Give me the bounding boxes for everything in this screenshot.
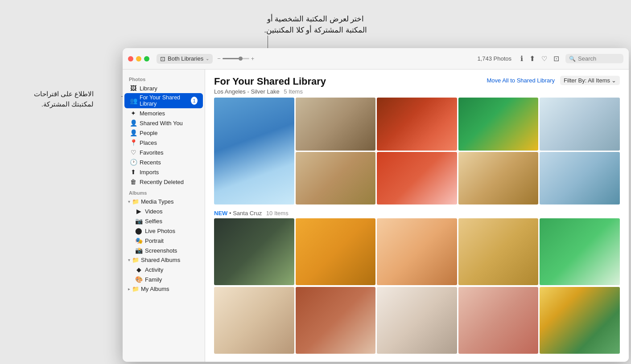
content-header: For Your Shared Library Los Angeles - Si… — [205, 70, 629, 98]
zoom-out-icon[interactable]: − — [217, 55, 221, 62]
library-switcher[interactable]: ⊡ Both Libraries ⌄ — [157, 54, 213, 64]
sidebar-item-videos[interactable]: ▶ Videos — [124, 206, 203, 216]
photos-app-window: ⊡ Both Libraries ⌄ − + 1,743 Photos ℹ ⬆ … — [123, 48, 629, 362]
close-button[interactable] — [128, 56, 133, 61]
titlebar-actions: ℹ ⬆ ♡ ⊡ 🔍 — [520, 54, 623, 63]
favorites-icon: ♡ — [130, 149, 137, 156]
search-icon: 🔍 — [569, 56, 576, 62]
photo-cell[interactable] — [296, 287, 376, 354]
sidebar-label-family: Family — [145, 276, 162, 283]
crop-button[interactable]: ⊡ — [553, 54, 559, 63]
photo-cell[interactable] — [296, 152, 376, 205]
sidebar-item-family[interactable]: 🎨 Family — [124, 274, 203, 284]
sidebar-item-shared-with-you[interactable]: 👤 Shared With You — [124, 118, 203, 128]
photo-grid-section1 — [205, 98, 629, 206]
sidebar-item-people[interactable]: 👤 People — [124, 128, 203, 138]
filter-chevron-icon: ⌄ — [611, 77, 616, 84]
tooltip-line2: المكتبة المشتركة أو كلا المكتبتين. — [264, 25, 367, 36]
sidebar-item-places[interactable]: 📍 Places — [124, 138, 203, 147]
media-types-label: Media Types — [141, 198, 173, 205]
zoom-controls: − + — [213, 55, 254, 62]
zoom-in-icon[interactable]: + — [251, 55, 255, 62]
sidebar-item-activity[interactable]: ◆ Activity — [124, 265, 203, 274]
my-albums-label: My Albums — [141, 286, 169, 292]
sidebar-item-selfies[interactable]: 📷 Selfies — [124, 216, 203, 226]
photo-cell[interactable] — [377, 152, 457, 205]
search-input[interactable] — [578, 55, 620, 62]
sidebar-item-recently-deleted[interactable]: 🗑 Recently Deleted — [124, 177, 203, 187]
sidebar-item-screenshots[interactable]: 📸 Screenshots — [124, 245, 203, 255]
sidebar-label-live-photos: Live Photos — [145, 228, 175, 234]
sidebar-label-recently-deleted: Recently Deleted — [140, 179, 184, 185]
sidebar-item-favorites[interactable]: ♡ Favorites — [124, 147, 203, 157]
media-types-folder-icon: 📁 — [132, 198, 139, 205]
photo-cell[interactable] — [296, 98, 376, 151]
selfies-icon: 📷 — [135, 217, 142, 225]
sidebar-label-shared-library: For Your Shared Library — [140, 94, 188, 107]
sidebar-item-portrait[interactable]: 🎭 Portrait — [124, 236, 203, 245]
page-title: For Your Shared Library — [214, 76, 326, 87]
photo-cell[interactable] — [540, 98, 620, 151]
maximize-button[interactable] — [144, 56, 149, 61]
sidebar-group-media-types[interactable]: ▾ 📁 Media Types — [124, 197, 203, 206]
chevron-down-icon: ⌄ — [206, 56, 209, 61]
my-albums-folder-icon: 📁 — [132, 286, 139, 292]
titlebar: ⊡ Both Libraries ⌄ − + 1,743 Photos ℹ ⬆ … — [123, 48, 629, 70]
photo-cell[interactable] — [214, 287, 294, 354]
chevron-down-icon-shared: ▾ — [128, 258, 130, 262]
window-body: Photos 🖼 Library 👥 For Your Shared Libra… — [123, 70, 629, 362]
sidebar: Photos 🖼 Library 👥 For Your Shared Libra… — [123, 70, 205, 362]
info-button[interactable]: ℹ — [520, 54, 523, 63]
library-icon: 🖼 — [130, 85, 137, 92]
sidebar-label-memories: Memories — [140, 110, 165, 117]
traffic-lights — [128, 56, 149, 61]
places-icon: 📍 — [130, 139, 137, 146]
shared-albums-folder-icon: 📁 — [132, 257, 139, 263]
recents-icon: 🕐 — [130, 159, 137, 166]
section2-dot: • — [229, 210, 233, 217]
sidebar-item-imports[interactable]: ⬆ Imports — [124, 167, 203, 177]
shared-library-badge: 1 — [191, 97, 198, 105]
heart-button[interactable]: ♡ — [541, 55, 547, 63]
shared-with-you-icon: 👤 — [130, 119, 137, 127]
main-content: For Your Shared Library Los Angeles - Si… — [205, 70, 629, 362]
photo-cell[interactable] — [377, 218, 457, 285]
left-callout-line1: الاطلاع على اقتراحات — [4, 89, 94, 99]
sidebar-item-memories[interactable]: ✦ Memories — [124, 108, 203, 118]
photo-cell[interactable] — [377, 98, 457, 151]
photo-cell[interactable] — [458, 218, 539, 285]
zoom-slider[interactable] — [223, 58, 249, 59]
filter-button[interactable]: Filter By: All Items ⌄ — [560, 76, 620, 85]
sidebar-group-shared-albums[interactable]: ▾ 📁 Shared Albums — [124, 255, 203, 265]
photo-cell[interactable] — [214, 218, 294, 285]
sidebar-item-library[interactable]: 🖼 Library — [124, 83, 203, 93]
people-icon: 👤 — [130, 129, 137, 136]
photo-cell[interactable] — [540, 287, 620, 354]
photo-cell[interactable] — [540, 152, 620, 205]
sidebar-label-favorites: Favorites — [140, 149, 163, 156]
left-callout: الاطلاع على اقتراحات لمكتبتك المشتركة. — [4, 89, 94, 109]
shared-library-icon: 👥 — [130, 97, 137, 104]
photo-cell[interactable] — [296, 218, 376, 285]
memories-icon: ✦ — [130, 110, 137, 117]
move-all-button[interactable]: Move All to Shared Library — [487, 77, 555, 84]
minimize-button[interactable] — [136, 56, 141, 61]
family-icon: 🎨 — [135, 276, 142, 283]
photo-cell[interactable] — [458, 152, 539, 205]
photo-cell[interactable] — [458, 98, 539, 151]
screenshots-icon: 📸 — [135, 247, 142, 254]
photo-cell[interactable] — [214, 98, 294, 204]
sidebar-item-recents[interactable]: 🕐 Recents — [124, 157, 203, 167]
photo-cell[interactable] — [540, 218, 620, 285]
sidebar-label-people: People — [140, 130, 157, 136]
sidebar-item-live-photos[interactable]: ⬤ Live Photos — [124, 226, 203, 236]
sidebar-item-for-your-shared-library[interactable]: 👥 For Your Shared Library 1 — [124, 93, 203, 108]
videos-icon: ▶ — [135, 208, 142, 215]
photo-cell[interactable] — [458, 287, 539, 354]
share-button[interactable]: ⬆ — [529, 54, 535, 63]
sidebar-label-recents: Recents — [140, 159, 161, 166]
recently-deleted-icon: 🗑 — [130, 178, 137, 185]
sidebar-group-my-albums[interactable]: ▸ 📁 My Albums — [124, 284, 203, 294]
photo-cell[interactable] — [377, 287, 457, 354]
sidebar-label-videos: Videos — [145, 208, 163, 215]
